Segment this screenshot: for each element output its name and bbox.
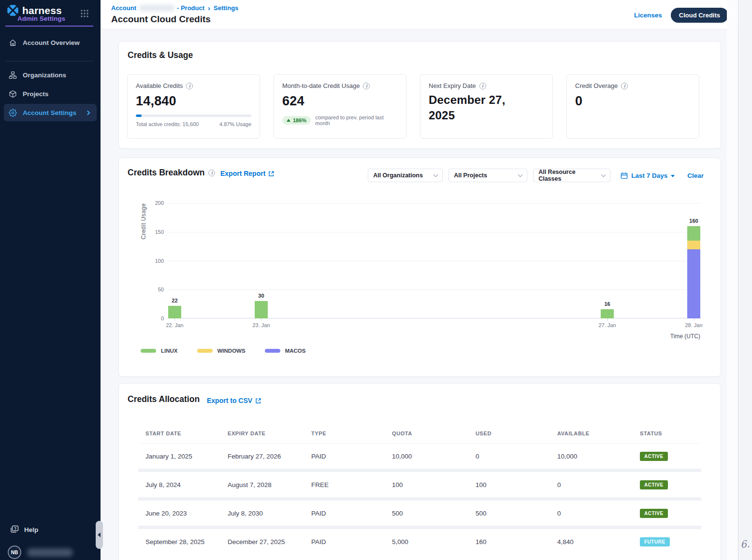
- sidebar-item-label: Organizations: [23, 72, 66, 79]
- date-range-picker[interactable]: Last 7 Days: [621, 172, 675, 179]
- info-icon[interactable]: [621, 83, 628, 89]
- breakdown-filters: All Organizations All Projects All Resou…: [368, 169, 704, 182]
- table-cell: 0: [557, 510, 640, 517]
- info-icon[interactable]: [479, 83, 486, 89]
- gridline: [167, 261, 701, 261]
- licenses-link[interactable]: Licenses: [634, 12, 662, 19]
- export-report-link[interactable]: Export Report: [220, 170, 275, 177]
- table-row[interactable]: July 8, 2024August 7, 2028FREE1001000ACT…: [138, 472, 701, 497]
- gridline: [167, 203, 701, 203]
- legend-label: WINDOWS: [217, 348, 246, 354]
- x-tick-label: 22. Jan: [158, 322, 191, 328]
- redacted-username: [27, 548, 73, 557]
- help-button[interactable]: ? Help: [10, 525, 38, 534]
- sidebar-item-account-overview[interactable]: Account Overview: [4, 34, 97, 51]
- credit-overage-card: Credit Overage 0: [566, 74, 699, 139]
- breadcrumb-account[interactable]: Account: [111, 4, 136, 12]
- clear-filters-link[interactable]: Clear: [687, 172, 704, 179]
- table-row[interactable]: June 20, 2023July 8, 2030PAID5005000ACTI…: [138, 501, 701, 526]
- available-credits-label: Available Credits: [136, 82, 183, 89]
- credit-cards: Available Credits 14,840 Total active cr…: [127, 74, 699, 139]
- breadcrumb-product[interactable]: - Product: [177, 4, 204, 12]
- table-row[interactable]: January 1, 2025February 27, 2026PAID10,0…: [138, 444, 701, 469]
- chart-legend: LINUXWINDOWSMACOS: [141, 348, 305, 354]
- bar-total-label: 30: [248, 293, 274, 299]
- legend-item-macos[interactable]: MACOS: [265, 348, 306, 354]
- column-header: EXPIRY DATE: [228, 431, 311, 436]
- bar-segment-linux[interactable]: [255, 301, 268, 318]
- sidebar-collapse-handle[interactable]: [96, 521, 103, 549]
- brand-divider: [5, 26, 93, 27]
- credits-allocation-panel: Credits Allocation Export to CSV START D…: [118, 383, 721, 560]
- info-icon[interactable]: [363, 83, 370, 89]
- status-badge: ACTIVE: [640, 509, 668, 518]
- sidebar-item-projects[interactable]: Projects: [4, 85, 97, 102]
- column-header: TYPE: [311, 431, 392, 436]
- table-cell: 4,840: [557, 538, 640, 546]
- module-subtitle: Admin Settings: [17, 15, 65, 22]
- legend-item-windows[interactable]: WINDOWS: [197, 348, 246, 354]
- column-header: START DATE: [145, 431, 228, 436]
- x-tick-mark: [174, 318, 175, 321]
- bar-segment-linux[interactable]: [601, 309, 614, 318]
- info-icon[interactable]: [208, 170, 215, 176]
- legend-item-linux[interactable]: LINUX: [141, 348, 178, 354]
- table-cell: 10,000: [557, 453, 640, 460]
- table-cell: PAID: [311, 538, 392, 546]
- projects-filter[interactable]: All Projects: [448, 169, 527, 182]
- sidebar-item-organizations[interactable]: Organizations: [4, 66, 97, 84]
- help-chat-icon: ?: [10, 525, 19, 534]
- column-header: USED: [476, 431, 557, 436]
- chevron-down-icon: [434, 172, 438, 177]
- table-cell: December 27, 2025: [228, 538, 311, 546]
- next-expiry-label: Next Expiry Date: [429, 82, 476, 89]
- chevron-down-icon: [601, 172, 606, 177]
- mtd-usage-label: Month-to-date Credit Usage: [282, 82, 360, 89]
- bar-segment-macos[interactable]: [687, 249, 700, 318]
- bar-segment-linux[interactable]: [168, 306, 181, 318]
- x-axis-line: [167, 318, 701, 318]
- sidebar-item-label: Projects: [23, 90, 48, 98]
- sidebar-divider: [5, 61, 93, 61]
- bar-total-label: 160: [681, 218, 707, 224]
- export-csv-link[interactable]: Export to CSV: [207, 397, 261, 404]
- sidebar-nav: Account OverviewOrganizationsProjectsAcc…: [0, 34, 101, 123]
- caret-down-icon: [671, 175, 675, 177]
- bar-segment-linux[interactable]: [687, 226, 700, 241]
- credit-overage-label: Credit Overage: [575, 82, 618, 89]
- topbar: Account - Product › Settings Account Clo…: [101, 0, 752, 29]
- svg-text:?: ?: [14, 526, 16, 531]
- delta-value: 186%: [293, 117, 306, 123]
- table-cell: 100: [392, 481, 476, 488]
- table-cell: 500: [392, 510, 476, 517]
- info-icon[interactable]: [186, 83, 193, 89]
- x-tick-label: 28. Jan: [677, 322, 711, 328]
- mtd-usage-value: 624: [282, 94, 398, 109]
- bar-segment-windows[interactable]: [687, 241, 700, 249]
- app-grid-icon[interactable]: [80, 9, 89, 20]
- scrollbar-track[interactable]: [727, 0, 738, 560]
- gridline: [167, 232, 701, 232]
- table-cell: 0: [557, 481, 640, 488]
- total-active-credits: Total active credits: 15,600: [136, 121, 199, 127]
- cloud-credits-button[interactable]: Cloud Credits: [671, 8, 728, 23]
- credit-overage-value: 0: [575, 94, 691, 109]
- breadcrumb-settings[interactable]: Settings: [214, 4, 238, 12]
- table-cell: July 8, 2030: [228, 510, 311, 517]
- resource-classes-filter[interactable]: All Resource Classes: [533, 169, 610, 182]
- x-tick-mark: [694, 318, 694, 321]
- legend-label: MACOS: [285, 348, 306, 354]
- x-tick-mark: [261, 318, 261, 321]
- table-cell: 10,000: [392, 453, 476, 460]
- org-icon: [9, 71, 17, 79]
- table-cell: PAID: [311, 510, 392, 517]
- legend-swatch: [265, 349, 280, 353]
- organizations-filter[interactable]: All Organizations: [368, 169, 443, 182]
- y-tick-label: 100: [145, 258, 164, 264]
- table-cell: January 1, 2025: [145, 453, 228, 460]
- avatar[interactable]: NB: [8, 546, 21, 559]
- sidebar-item-account-settings[interactable]: Account Settings: [4, 104, 97, 121]
- next-expiry-value: December 27, 2025: [429, 92, 521, 124]
- breadcrumb[interactable]: Account - Product › Settings: [111, 4, 238, 12]
- table-row[interactable]: September 28, 2025December 27, 2025PAID5…: [138, 529, 701, 554]
